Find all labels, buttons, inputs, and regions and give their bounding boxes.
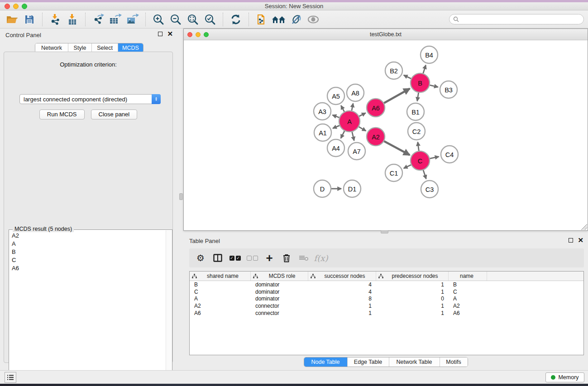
graph-edge-B-B3[interactable] — [430, 85, 438, 87]
column-header-shared-name[interactable]: shared name — [190, 272, 251, 281]
zoom-out-button[interactable] — [167, 12, 184, 27]
tab-network-table[interactable]: Network Table — [389, 357, 440, 367]
table-row[interactable]: Bdominator41B — [190, 281, 583, 288]
split-columns-icon — [213, 254, 222, 262]
graph-edge-A-A2[interactable] — [359, 127, 366, 131]
table-row[interactable]: A2connector11A2 — [190, 302, 583, 310]
column-header-predecessor-nodes[interactable]: predecessor nodes — [376, 272, 449, 281]
export-table-button[interactable] — [107, 12, 124, 27]
close-table-panel-icon[interactable]: ✕ — [578, 238, 583, 243]
close-panel-icon[interactable]: ✕ — [167, 32, 173, 36]
zoom-fit-button[interactable] — [184, 12, 201, 27]
graph-edge-A2-C[interactable] — [384, 141, 410, 155]
horizontal-scrollbar-thumb[interactable] — [381, 230, 388, 234]
table-cell: C — [190, 289, 251, 295]
network-window-titlebar[interactable]: testGlobe.txt — [184, 29, 588, 40]
hide-view-button[interactable] — [305, 12, 322, 27]
mcds-result-item[interactable]: C — [10, 256, 166, 264]
mcds-result-scrollbar[interactable] — [166, 230, 172, 384]
refresh-icon — [230, 14, 241, 25]
graph-edge-A-A1[interactable] — [333, 125, 339, 128]
node-table: shared nameMCDS rolesuccessor nodesprede… — [189, 271, 584, 355]
delete-table-button[interactable] — [296, 250, 311, 266]
graph-edge-C-C4[interactable] — [430, 157, 439, 158]
zoom-selected-button[interactable] — [201, 12, 219, 27]
float-table-panel-icon[interactable] — [569, 238, 573, 243]
graph-edge-A-A7[interactable] — [352, 132, 354, 140]
mcds-result-item[interactable]: B — [10, 248, 166, 256]
home-view-button[interactable] — [270, 12, 287, 27]
add-column-button[interactable]: + — [262, 250, 277, 266]
graph-edge-A-A8[interactable] — [352, 104, 353, 111]
task-history-button[interactable] — [5, 372, 16, 383]
export-network-icon — [92, 14, 105, 25]
refresh-button[interactable] — [227, 12, 244, 27]
graph-edge-C-C3[interactable] — [423, 170, 426, 179]
table-cell: B — [190, 281, 251, 288]
mcds-result-item[interactable]: A6 — [10, 264, 166, 272]
graph-edge-A6-B[interactable] — [384, 89, 410, 103]
import-network-button[interactable] — [47, 12, 64, 27]
graph-edge-A-A5[interactable] — [341, 105, 344, 112]
column-header-successor-nodes[interactable]: successor nodes — [308, 272, 376, 281]
function-builder-button[interactable]: f(x) — [313, 250, 329, 266]
split-columns-button[interactable] — [210, 250, 225, 266]
select-all-columns-button[interactable]: ✓✓ — [227, 250, 243, 266]
table-cell: A2 — [190, 303, 251, 309]
vertical-scrollbar-thumb[interactable] — [179, 193, 183, 200]
tab-mcds[interactable]: MCDS — [118, 43, 143, 52]
graph-edge-B-B2[interactable] — [404, 75, 411, 79]
tab-select[interactable]: Select — [91, 43, 118, 52]
export-network-button[interactable] — [90, 12, 107, 27]
table-row[interactable]: Adominator80A — [190, 295, 583, 302]
open-session-button[interactable] — [4, 12, 21, 27]
mcds-result-item[interactable]: A2 — [10, 231, 166, 239]
column-type-icon — [253, 274, 258, 278]
mcds-tab-content: Optimization criterion: largest connecte… — [4, 52, 173, 363]
tab-node-table[interactable]: Node Table — [304, 357, 347, 367]
import-table-button[interactable] — [64, 12, 81, 27]
graph-edge-C-C1[interactable] — [404, 165, 411, 168]
toolbar-separator — [85, 13, 86, 26]
table-settings-button[interactable]: ⚙ — [193, 250, 208, 266]
save-session-button[interactable] — [21, 12, 38, 27]
graph-edge-B-B4[interactable] — [423, 65, 426, 73]
deselect-all-columns-button[interactable] — [244, 250, 260, 266]
tab-style[interactable]: Style — [68, 43, 91, 52]
dropdown-stepper-icon: ▲▼ — [152, 94, 161, 104]
mcds-result-item[interactable]: A — [10, 239, 166, 248]
column-header-MCDS-role[interactable]: MCDS role — [251, 272, 308, 281]
table-row[interactable]: A6connector11A6 — [190, 310, 583, 317]
delete-column-button[interactable] — [279, 250, 294, 266]
search-field[interactable] — [449, 14, 584, 24]
export-image-button[interactable] — [124, 12, 141, 27]
graph-edge-A-A6[interactable] — [359, 113, 366, 117]
clone-network-button[interactable] — [253, 12, 270, 27]
table-cell: dominator — [251, 281, 308, 288]
network-canvas[interactable]: B4B2BB3A5A8A6B1A3AA1A2C2A4A7CC4C1C3DD1 — [184, 40, 588, 230]
tab-motifs[interactable]: Motifs — [440, 357, 468, 367]
column-header-name[interactable]: name — [449, 272, 487, 281]
graph-edge-C-C2[interactable] — [418, 142, 419, 151]
zoom-in-button[interactable] — [150, 12, 167, 27]
graph-edge-A-A3[interactable] — [333, 115, 339, 117]
network-view-window: testGlobe.txt B4B2BB3A5A8A6B1A3AA1A2C2A4… — [183, 29, 588, 231]
window-resize-grip[interactable] — [581, 224, 587, 230]
unchecked-boxes-icon — [247, 256, 258, 261]
criterion-dropdown[interactable]: largest connected component (directed) ▲… — [19, 94, 161, 104]
run-mcds-button[interactable]: Run MCDS — [39, 110, 85, 119]
table-panel-header: Table Panel ✕ — [183, 234, 588, 246]
float-panel-icon[interactable] — [158, 32, 163, 36]
memory-button[interactable]: Memory — [545, 372, 584, 382]
graph-edge-A-A4[interactable] — [341, 131, 344, 138]
optimization-criterion-label: Optimization criterion: — [4, 61, 172, 68]
table-row[interactable]: Cdominator41C — [190, 288, 583, 295]
control-panel-header: Control Panel ✕ — [0, 29, 177, 40]
tab-edge-table[interactable]: Edge Table — [347, 357, 389, 367]
search-input[interactable] — [459, 15, 583, 24]
tab-network[interactable]: Network — [35, 43, 68, 52]
close-panel-button[interactable]: Close panel — [91, 110, 138, 119]
graph-edge-B-B1[interactable] — [417, 93, 419, 101]
main-titlebar: Session: New Session — [0, 2, 588, 10]
style-off-button[interactable] — [287, 12, 305, 27]
